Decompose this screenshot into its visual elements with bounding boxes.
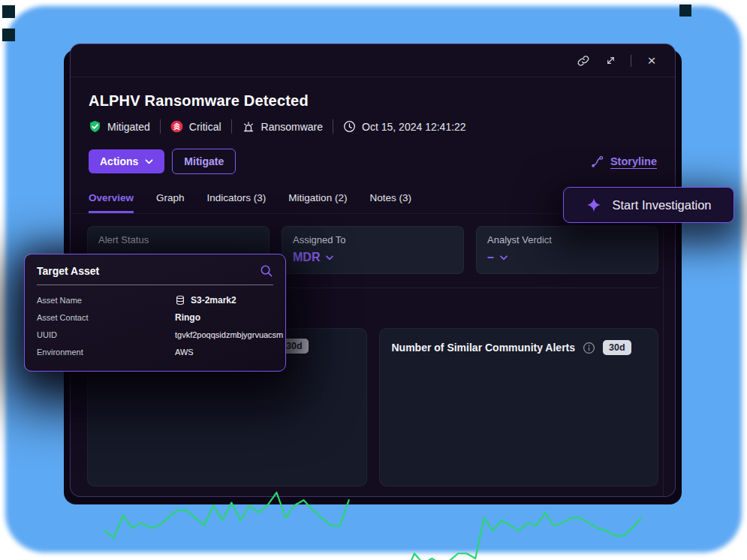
asset-contact-value: Ringo xyxy=(175,312,200,323)
chevron-down-icon xyxy=(145,159,153,164)
decor-square xyxy=(2,29,15,41)
range-badge-30d: 30d xyxy=(603,340,631,355)
topbar-divider xyxy=(631,55,631,67)
chart-title: Number of Similar Community Alerts xyxy=(392,342,576,354)
severity-badge-label: Critical xyxy=(189,121,221,133)
chevron-down-icon xyxy=(326,255,333,260)
field-label: Alert Status xyxy=(98,234,258,245)
asset-contact-row: Asset Contact Ringo xyxy=(37,309,273,326)
tab-overview[interactable]: Overview xyxy=(89,192,134,213)
storyline-link[interactable]: Storyline xyxy=(590,155,657,169)
modal-topbar: × xyxy=(71,44,675,77)
clock-icon xyxy=(343,120,356,133)
scrollbar-track[interactable] xyxy=(663,226,664,496)
start-investigation-label: Start Investigation xyxy=(612,198,711,212)
row-label: UUID xyxy=(37,330,175,339)
tab-notes[interactable]: Notes (3) xyxy=(369,192,411,213)
severity-badge-critical: Critical xyxy=(170,120,221,133)
expand-button[interactable] xyxy=(604,54,617,68)
link-icon xyxy=(577,55,589,67)
target-asset-header: Target Asset xyxy=(25,254,285,285)
line-chart xyxy=(392,360,646,560)
decor-square xyxy=(2,5,15,18)
copy-link-button[interactable] xyxy=(577,54,590,68)
threat-type-label: Ransomware xyxy=(261,121,323,133)
action-button-row: Actions Mitigate Storyline xyxy=(89,149,657,174)
badge-separator xyxy=(160,119,161,134)
chevron-down-icon xyxy=(500,255,508,260)
badge-separator xyxy=(231,119,232,134)
row-label: Asset Contact xyxy=(37,313,175,322)
uuid-value: tgvkf2poqqsidzmbjygrvuacsm xyxy=(175,330,283,339)
environment-value: AWS xyxy=(175,348,194,357)
analyst-verdict-card: Analyst Verdict – xyxy=(476,226,658,274)
status-badge-mitigated: Mitigated xyxy=(89,120,150,133)
community-alerts-chart-card: Number of Similar Community Alerts 30d xyxy=(379,328,659,486)
field-label: Analyst Verdict xyxy=(487,234,647,245)
field-label: Assigned To xyxy=(293,234,453,245)
close-icon: × xyxy=(647,53,655,68)
decor-square xyxy=(679,5,691,17)
badge-separator xyxy=(333,119,333,134)
tab-mitigation[interactable]: Mitigation (2) xyxy=(288,192,347,213)
assigned-to-dropdown[interactable]: MDR xyxy=(293,251,453,264)
siren-icon xyxy=(242,120,255,134)
line-chart xyxy=(100,360,354,560)
status-badge-label: Mitigated xyxy=(107,121,150,133)
target-asset-title: Target Asset xyxy=(37,265,99,277)
tab-graph[interactable]: Graph xyxy=(156,192,185,213)
asset-name-row: Asset Name S3-2mark2 xyxy=(37,291,273,309)
info-icon[interactable] xyxy=(583,342,595,354)
storyline-icon xyxy=(590,155,604,169)
asset-name-value: S3-2mark2 xyxy=(175,295,236,306)
target-asset-popup: Target Asset Asset Name S3-2mark2 Asset … xyxy=(24,254,286,372)
tab-indicators[interactable]: Indicators (3) xyxy=(207,192,267,213)
start-investigation-button[interactable]: Start Investigation xyxy=(563,187,734,223)
threat-type-badge: Ransomware xyxy=(242,120,323,134)
alert-badges: Mitigated Critical xyxy=(89,119,657,134)
chart-header: Number of Similar Community Alerts 30d xyxy=(392,339,646,356)
sparkle-icon xyxy=(586,197,602,213)
row-label: Environment xyxy=(37,348,175,357)
timestamp-badge: Oct 15, 2024 12:41:22 xyxy=(343,120,466,133)
target-asset-rows: Asset Name S3-2mark2 Asset Contact Ringo… xyxy=(25,285,285,366)
actions-dropdown-button[interactable]: Actions xyxy=(89,149,164,173)
mitigate-button[interactable]: Mitigate xyxy=(172,149,236,174)
timestamp-label: Oct 15, 2024 12:41:22 xyxy=(362,121,466,133)
shield-check-icon xyxy=(89,120,101,133)
analyst-verdict-dropdown[interactable]: – xyxy=(487,251,647,264)
expand-icon xyxy=(605,55,616,66)
database-icon xyxy=(175,295,185,306)
severity-critical-icon xyxy=(170,120,183,133)
close-button[interactable]: × xyxy=(645,54,658,68)
row-label: Asset Name xyxy=(37,296,175,305)
page-title: ALPHV Ransomware Detected xyxy=(89,92,657,110)
search-icon[interactable] xyxy=(260,264,273,278)
assigned-to-card: Assigned To MDR xyxy=(282,226,464,274)
environment-row: Environment AWS xyxy=(37,343,273,360)
uuid-row: UUID tgvkf2poqqsidzmbjygrvuacsm xyxy=(37,326,273,343)
